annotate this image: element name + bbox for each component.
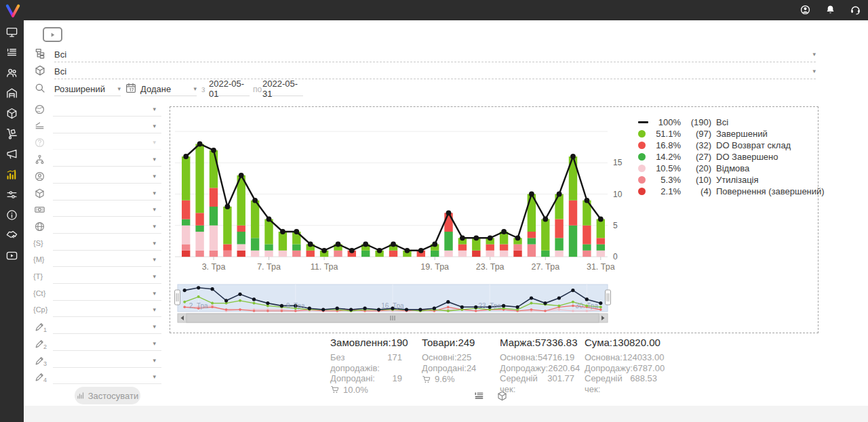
chevron-down-icon: ▾ — [153, 173, 156, 180]
status-filter-value: Всі — [54, 49, 66, 60]
custom-field-2-select[interactable]: ▾ — [53, 337, 161, 351]
chevron-down-icon: ▾ — [153, 257, 156, 263]
navigator-handle-right[interactable] — [606, 290, 611, 305]
total-line-points[interactable] — [183, 142, 603, 253]
mode-select[interactable]: Розширений ▾ — [54, 82, 121, 96]
y-axis-label: 0 — [613, 252, 618, 261]
legend-item[interactable]: 2.1%(4)Повернення (завершений) — [638, 186, 825, 197]
country-select[interactable]: ▾ — [53, 103, 161, 117]
legend-item[interactable]: 14.2%(27)DO Завершено — [638, 151, 825, 163]
chevron-down-icon: ▾ — [812, 51, 816, 58]
chevron-down-icon: ▾ — [153, 190, 156, 196]
legend-dot-marker — [638, 188, 652, 195]
product-filter-value: Всі — [54, 66, 66, 77]
x-axis-label: 27. Тра — [531, 262, 559, 272]
sidebar-item-analytics[interactable] — [5, 168, 18, 181]
sidebar-item-shipping[interactable] — [5, 127, 18, 140]
legend-item[interactable]: 100%(190)Всі — [638, 117, 825, 128]
stacked-bars[interactable] — [182, 144, 605, 257]
legend-count: (10) — [686, 175, 711, 185]
person-icon — [34, 171, 45, 182]
total-line — [186, 144, 601, 251]
monitor-icon — [5, 26, 18, 39]
stat-sub-label: Допродані: — [330, 373, 375, 384]
navigator-handle-left[interactable] — [175, 290, 180, 305]
chevron-down-icon: ▾ — [153, 224, 156, 230]
date-to-value: 2022-05-31 — [262, 79, 303, 99]
sidebar-item-customers[interactable] — [5, 66, 18, 79]
notifications-button[interactable] — [825, 4, 836, 16]
sidebar-item-orders[interactable] — [5, 46, 18, 59]
products-view-toggle[interactable] — [496, 390, 508, 402]
sidebar-item-products[interactable] — [5, 107, 18, 120]
calendar-icon — [125, 82, 137, 94]
y-axis-label: 10 — [613, 190, 623, 199]
chevron-down-icon: ▾ — [153, 140, 156, 146]
sidebar-item-settings[interactable] — [5, 188, 18, 201]
utm-campaign-select-icon: {Cp} — [33, 305, 47, 314]
product-filter-select[interactable]: Всі ▾ — [54, 64, 816, 79]
legend-item[interactable]: 10.5%(20)Відмова — [638, 163, 825, 174]
custom-field-3-select[interactable]: ▾ — [53, 354, 161, 368]
shipping-icon — [5, 127, 18, 140]
sidebar-item-dashboard[interactable] — [5, 26, 18, 39]
stat-value: 130820.00 — [612, 337, 660, 348]
site-select[interactable]: ▾ — [53, 220, 161, 234]
utm-term-select[interactable]: ▾ — [53, 270, 161, 284]
product-select[interactable]: ▾ — [53, 187, 161, 201]
sidebar-item-info[interactable] — [5, 209, 18, 221]
orders-chart: 0510153. Тра7. Тра11. Тра19. Тра23. Тра2… — [174, 108, 635, 278]
app-logo[interactable] — [5, 2, 21, 18]
date-type-select[interactable]: Додане ▾ — [140, 82, 197, 96]
utm-campaign-select[interactable]: ▾ — [53, 303, 161, 317]
stats-column: Замовлення:190Без допродажів:171Допродан… — [330, 337, 402, 395]
orders-view-toggle[interactable] — [473, 390, 485, 402]
chevron-down-icon: ▾ — [153, 358, 156, 364]
video-tutorial-button[interactable] — [43, 27, 62, 42]
chevron-down-icon: ▾ — [153, 123, 156, 129]
sidebar-item-partners[interactable] — [5, 229, 18, 242]
payment-select[interactable]: ▾ — [53, 203, 161, 217]
top-bar — [0, 0, 868, 20]
legend-item[interactable]: 51.1%(97)Завершений — [638, 128, 825, 140]
status-filter-select[interactable]: Всі ▾ — [54, 47, 816, 62]
legend-count: (32) — [686, 140, 711, 150]
date-from-input[interactable]: 2022-05-01 — [209, 82, 250, 96]
cube-icon — [34, 188, 45, 199]
stat-value: 190 — [391, 337, 408, 348]
custom-field-1-select[interactable]: ▾ — [53, 320, 161, 334]
sidebar-item-video-tutorials[interactable] — [5, 249, 18, 262]
legend-item[interactable]: 16.8%(32)DO Возврат склад — [638, 140, 825, 151]
legend-item[interactable]: 5.3%(10)Утилізація — [638, 174, 825, 186]
chart-icon — [77, 392, 85, 400]
utm-medium-select[interactable]: ▾ — [53, 253, 161, 267]
chevron-down-icon: ▾ — [153, 240, 156, 247]
info-icon — [5, 209, 18, 221]
structure-select[interactable]: ▾ — [53, 153, 161, 167]
utm-content-select[interactable]: ▾ — [53, 287, 161, 301]
stage-select[interactable]: ▾ — [53, 120, 161, 133]
navigator-label: 30. Тра — [576, 302, 599, 310]
manager-select[interactable]: ▾ — [53, 170, 161, 184]
legend-dot-marker — [638, 130, 652, 138]
chevron-down-icon: ▾ — [812, 68, 816, 75]
legend-count: (190) — [686, 117, 711, 127]
custom-field-4-select[interactable]: ▾ — [53, 371, 161, 384]
orders-icon — [5, 46, 18, 59]
legend-dot-marker — [638, 153, 652, 161]
org-icon — [34, 154, 45, 165]
support-button[interactable] — [850, 4, 861, 16]
navigator-scrollbar[interactable] — [178, 314, 608, 322]
stat-sub-value: 171 — [387, 352, 402, 373]
stat-title: Товари: — [422, 337, 458, 348]
sidebar-item-marketing[interactable] — [5, 148, 18, 161]
date-to-input[interactable]: 2022-05-31 — [262, 82, 303, 96]
warehouse-icon — [5, 87, 18, 100]
user-menu-button[interactable] — [800, 4, 811, 16]
utm-source-select[interactable]: ▾ — [53, 237, 161, 251]
legend-percent: 2.1% — [652, 186, 681, 196]
apply-button[interactable]: Застосувати — [75, 387, 140, 404]
sidebar-item-warehouse[interactable] — [5, 87, 18, 100]
legend-dot-marker — [638, 176, 652, 184]
cart-icon — [330, 385, 340, 394]
